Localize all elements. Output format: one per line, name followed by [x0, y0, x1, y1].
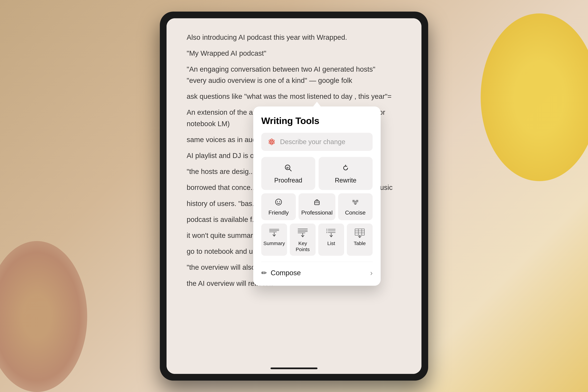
friendly-button[interactable]: Friendly: [261, 193, 296, 220]
professional-icon: [313, 198, 321, 207]
list-button[interactable]: List: [318, 224, 344, 256]
key-points-button[interactable]: KeyPoints: [290, 224, 316, 256]
popup-arrow: [313, 102, 321, 107]
writing-tools-popup: Writing Tools Describe your change: [253, 106, 381, 286]
table-icon-area: [353, 228, 366, 238]
summary-icon-area: [267, 228, 281, 238]
writing-tools-title: Writing Tools: [261, 115, 373, 126]
compose-label: Compose: [271, 269, 301, 277]
tablet-device: Also introducing AI podcast this year wi…: [160, 12, 428, 380]
compose-row[interactable]: ✏ Compose ›: [261, 268, 373, 278]
proofread-label: Proofread: [274, 177, 302, 184]
key-points-icon-area: [296, 228, 309, 238]
table-button[interactable]: Table: [347, 224, 373, 256]
friendly-icon: [275, 198, 282, 207]
concise-button[interactable]: Concise: [338, 193, 373, 220]
compose-chevron-icon: ›: [370, 268, 373, 277]
svg-point-34: [326, 230, 327, 231]
tone-row: Friendly Professional: [261, 193, 373, 220]
compose-left: ✏ Compose: [261, 269, 301, 277]
tablet-screen: Also introducing AI podcast this year wi…: [166, 18, 422, 374]
proofread-icon: [284, 164, 293, 174]
svg-point-11: [277, 201, 278, 202]
svg-point-9: [347, 169, 347, 169]
concise-label: Concise: [345, 209, 366, 216]
friendly-label: Friendly: [268, 209, 289, 216]
apple-intelligence-icon: [267, 138, 276, 146]
action-row: Proofread Rewrite: [261, 157, 373, 190]
rewrite-label: Rewrite: [335, 177, 356, 184]
format-row: Summary KeyPoints: [261, 224, 373, 262]
concise-icon: [352, 198, 359, 207]
key-points-label: KeyPoints: [296, 240, 310, 252]
summary-label: Summary: [263, 240, 285, 246]
svg-point-4: [271, 141, 272, 142]
proofread-button[interactable]: Proofread: [261, 157, 315, 190]
svg-point-33: [326, 229, 327, 230]
svg-line-6: [289, 169, 291, 171]
home-bar: [271, 368, 317, 369]
rewrite-button[interactable]: Rewrite: [319, 157, 373, 190]
rewrite-icon: [341, 164, 350, 174]
table-label: Table: [354, 240, 366, 246]
svg-point-12: [279, 201, 280, 202]
svg-rect-37: [355, 229, 364, 235]
professional-button[interactable]: Professional: [299, 193, 335, 220]
describe-placeholder: Describe your change: [280, 138, 345, 146]
svg-point-10: [276, 199, 282, 205]
compose-pencil-icon: ✏: [261, 269, 267, 276]
list-icon-area: [325, 228, 338, 238]
describe-input[interactable]: Describe your change: [261, 133, 373, 151]
list-label: List: [327, 240, 335, 246]
svg-point-35: [326, 232, 327, 233]
summary-button[interactable]: Summary: [261, 224, 287, 256]
professional-label: Professional: [301, 209, 333, 216]
